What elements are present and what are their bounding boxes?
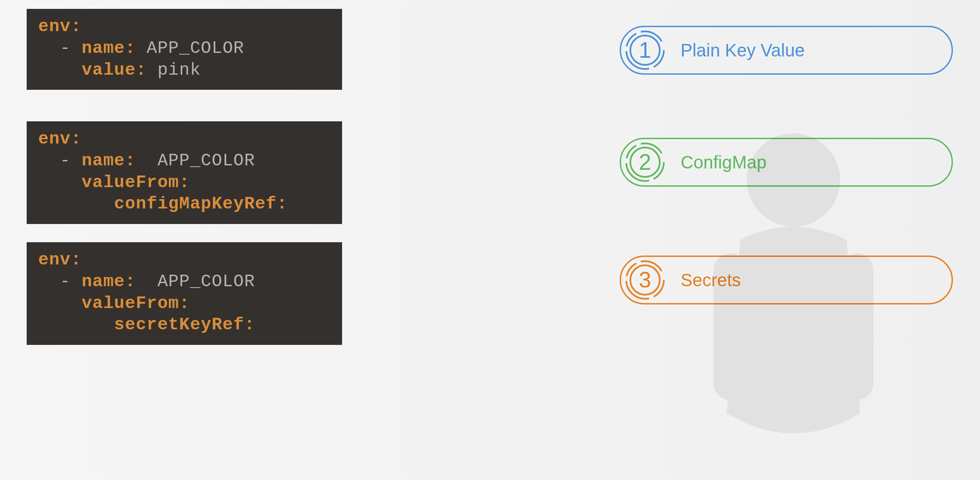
legend-pill-configmap: 2 ConfigMap	[620, 138, 953, 187]
legend-label: Plain Key Value	[681, 40, 805, 60]
code-block-secrets: env: - name: APP_COLOR valueFrom: secret…	[27, 242, 342, 345]
legend-pill-plain-key-value: 1 Plain Key Value	[620, 26, 953, 75]
legend-label: Secrets	[681, 270, 741, 290]
legend-number-circle: 2	[625, 142, 665, 183]
code-block-plain-key-value: env: - name: APP_COLOR value: pink	[27, 9, 342, 90]
legend-number: 1	[625, 30, 665, 71]
legend-number-circle: 3	[625, 260, 665, 300]
code-block-configmap: env: - name: APP_COLOR valueFrom: config…	[27, 121, 342, 224]
legend-number: 3	[625, 260, 665, 300]
legend-number-circle: 1	[625, 30, 665, 71]
legend-label: ConfigMap	[681, 152, 766, 172]
legend-number: 2	[625, 142, 665, 183]
legend-pill-secrets: 3 Secrets	[620, 256, 953, 304]
